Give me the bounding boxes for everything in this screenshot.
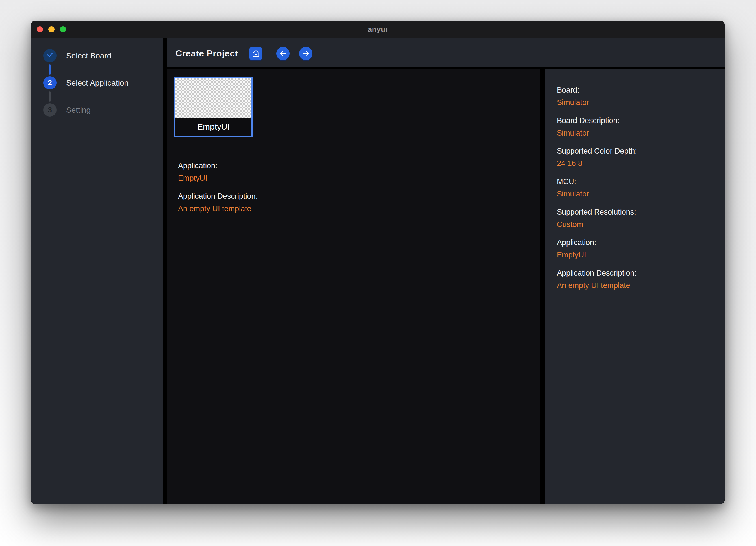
color-depth-value: 24 16 8 [557,157,713,170]
stepper-sidebar: Select Board 2 Select Application 3 Sett… [31,38,163,504]
arrow-right-icon [302,50,310,58]
panel-application-label: Application: [557,236,713,249]
application-card-emptyui[interactable]: EmptyUI [174,77,253,137]
arrow-left-icon [279,50,287,58]
home-button[interactable] [249,47,262,60]
app-window: anyui Select Board 2 Select Application … [31,21,725,504]
sidebar-divider [163,38,167,504]
step-3-circle: 3 [43,103,57,117]
page-header: Create Project [167,38,725,69]
board-value: Simulator [557,96,713,109]
panel-application-description-value: An empty UI template [557,279,713,291]
application-card-name: EmptyUI [175,118,251,136]
board-description-value: Simulator [557,127,713,139]
color-depth-label: Supported Color Depth: [557,145,713,157]
application-thumbnail [175,78,251,118]
step-1-circle [43,49,57,62]
forward-button[interactable] [299,47,312,60]
step-select-application[interactable]: 2 Select Application [31,76,163,90]
board-description-label: Board Description: [557,114,713,127]
page-title: Create Project [175,38,238,69]
step-3-label: Setting [66,106,91,115]
back-button[interactable] [276,47,290,60]
mcu-value: Simulator [557,188,713,200]
resolutions-value: Custom [557,218,713,231]
application-list-area: EmptyUI Application: EmptyUI Application… [167,69,540,504]
home-icon [252,49,260,58]
summary-panel: Board: Simulator Board Description: Simu… [545,69,725,504]
application-value: EmptyUI [178,172,258,184]
step-2-circle: 2 [43,76,57,90]
board-label: Board: [557,84,713,96]
titlebar: anyui [31,21,725,38]
panel-application-value: EmptyUI [557,249,713,261]
step-setting[interactable]: 3 Setting [31,103,163,117]
panel-application-description-label: Application Description: [557,267,713,279]
check-icon [46,51,54,60]
step-select-board[interactable]: Select Board [31,49,163,62]
resolutions-label: Supported Resolutions: [557,206,713,218]
window-title: anyui [31,25,725,34]
mcu-label: MCU: [557,175,713,188]
application-description-label: Application Description: [178,190,258,203]
step-connector-2 [31,90,163,103]
panel-divider [540,69,545,504]
application-details: Application: EmptyUI Application Descrip… [178,160,258,221]
step-connector-1 [31,62,163,76]
application-label: Application: [178,160,258,172]
step-2-label: Select Application [66,79,129,88]
application-description-value: An empty UI template [178,203,258,215]
step-1-label: Select Board [66,51,111,60]
